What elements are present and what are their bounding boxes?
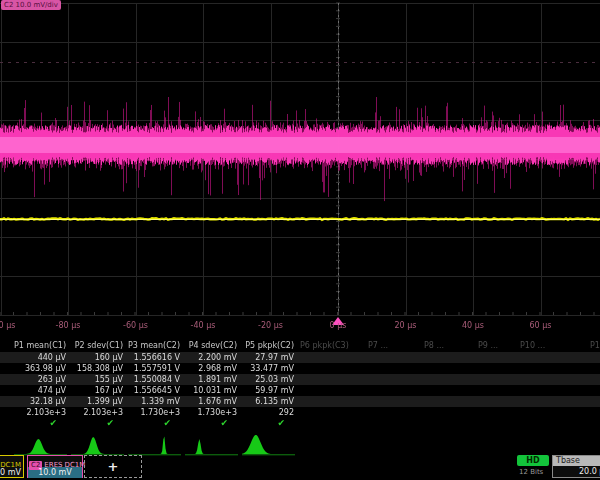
channel-descriptor-c1[interactable]: C1 DC1M 10.0 mV xyxy=(0,455,24,478)
measure-table-row: 474 µV167 µV1.556645 V10.031 mV59.97 mV xyxy=(0,385,600,396)
measure-column-header-p10[interactable]: P10 ... xyxy=(520,340,545,352)
histicon-p4[interactable] xyxy=(183,432,240,456)
histicon-p1[interactable] xyxy=(12,432,69,456)
histicon-p3[interactable] xyxy=(126,432,183,456)
measure-column-header-p9[interactable]: P9 ... xyxy=(478,340,498,352)
time-tick-label: -100 µs xyxy=(0,321,15,330)
time-tick-label: -40 µs xyxy=(191,321,216,330)
measure-table-row: 32.18 µV1.399 µV1.339 mV1.676 mV6.135 mV xyxy=(0,396,600,407)
measure-value-cell: 27.97 mV xyxy=(240,352,297,363)
measure-table-row: 440 µV160 µV1.556616 V2.200 mV27.97 mV xyxy=(0,352,600,363)
measure-column-header-p2[interactable]: P2 sdev(C1) xyxy=(69,340,126,352)
time-axis-labels: -100 µs-80 µs-60 µs-40 µs-20 µs0 µs20 µs… xyxy=(0,321,600,333)
measure-value-cell: 363.98 µV xyxy=(12,363,69,374)
measure-value-cell: 440 µV xyxy=(12,352,69,363)
measure-value-cell: 2.103e+3 xyxy=(69,407,126,418)
time-tick-label: 40 µs xyxy=(462,321,484,330)
measure-value-cell: 10.031 mV xyxy=(183,385,240,396)
timebase-descriptor[interactable]: Tbase 20.0 µs/div xyxy=(552,455,600,478)
add-trace-button[interactable]: + xyxy=(84,455,142,478)
measure-value-cell: 1.339 mV xyxy=(126,396,183,407)
measure-value-cell: 1.556616 V xyxy=(126,352,183,363)
trace-annotation-label: C2 10.0 mV/div xyxy=(1,0,61,10)
measure-value-cell: 1.556645 V xyxy=(126,385,183,396)
measurement-table: P1 mean(C1)P2 sdev(C1)P3 mean(C2)P4 sdev… xyxy=(0,340,600,430)
measure-value-cell: 6.135 mV xyxy=(240,396,297,407)
measure-value-cell: 158.308 µV xyxy=(69,363,126,374)
hd-mode-badge[interactable]: HD xyxy=(517,455,549,466)
measure-column-header-p1[interactable]: P1 mean(C1) xyxy=(12,340,69,352)
measure-value-cell: 1.730e+3 xyxy=(183,407,240,418)
histicon-p2[interactable] xyxy=(69,432,126,456)
measure-value-cell: 2.103e+3 xyxy=(12,407,69,418)
measure-column-header-p5[interactable]: P5 pkpk(C2) xyxy=(240,340,297,352)
time-tick-label: -80 µs xyxy=(56,321,81,330)
measure-value-cell: 32.18 µV xyxy=(12,396,69,407)
waveform-grid-canvas[interactable] xyxy=(0,0,600,340)
measure-column-header-p3[interactable]: P3 mean(C2) xyxy=(126,340,183,352)
measure-value-cell: 1.557591 V xyxy=(126,363,183,374)
time-tick-label: -60 µs xyxy=(123,321,148,330)
measure-value-cell: 2.200 mV xyxy=(183,352,240,363)
measure-table-row: 263 µV155 µV1.550084 V1.891 mV25.03 mV xyxy=(0,374,600,385)
measure-status-check-icon: ✔ xyxy=(12,418,69,429)
measure-value-cell: 25.03 mV xyxy=(240,374,297,385)
time-tick-label: -20 µs xyxy=(258,321,283,330)
measure-status-check-icon: ✔ xyxy=(240,418,297,429)
measure-column-header-p4[interactable]: P4 sdev(C2) xyxy=(183,340,240,352)
time-tick-label: 60 µs xyxy=(530,321,552,330)
measure-value-cell: 33.477 mV xyxy=(240,363,297,374)
c1-vertical-scale: 10.0 mV xyxy=(0,467,23,478)
timebase-title: Tbase xyxy=(553,456,600,466)
measure-value-cell: 1.550084 V xyxy=(126,374,183,385)
histicon-p5[interactable] xyxy=(240,432,297,456)
measure-value-cell: 1.891 mV xyxy=(183,374,240,385)
channel-descriptor-c2[interactable]: C2ERESDC1M 10.0 mV xyxy=(27,455,83,478)
measure-table-row: 363.98 µV158.308 µV1.557591 V2.968 mV33.… xyxy=(0,363,600,374)
measure-value-cell: 160 µV xyxy=(69,352,126,363)
measure-value-cell: 59.97 mV xyxy=(240,385,297,396)
measure-table-row: 2.103e+32.103e+31.730e+31.730e+3292 xyxy=(0,407,600,418)
measure-value-cell: 1.676 mV xyxy=(183,396,240,407)
measure-status-check-icon: ✔ xyxy=(69,418,126,429)
oscilloscope-screen: C2 10.0 mV/div -100 µs-80 µs-60 µs-40 µs… xyxy=(0,0,600,480)
measure-value-cell: 263 µV xyxy=(12,374,69,385)
measure-status-check-icon: ✔ xyxy=(126,418,183,429)
time-tick-label: 20 µs xyxy=(395,321,417,330)
measure-value-cell: 167 µV xyxy=(69,385,126,396)
measure-column-header-p8[interactable]: P8 ... xyxy=(424,340,444,352)
measure-column-header-p7[interactable]: P7 ... xyxy=(368,340,388,352)
timebase-scale: 20.0 µs/div xyxy=(553,466,600,477)
measure-column-header-p11[interactable]: P11 xyxy=(590,340,600,352)
measure-value-cell: 1.399 µV xyxy=(69,396,126,407)
measure-column-header-p6[interactable]: P6 pkpk(C3) xyxy=(300,340,349,352)
time-tick-label: 0 µs xyxy=(330,321,347,330)
hd-bits-label: 12 Bits xyxy=(519,468,543,476)
measure-status-check-icon: ✔ xyxy=(183,418,240,429)
measure-value-cell: 292 xyxy=(240,407,297,418)
measure-value-cell: 2.968 mV xyxy=(183,363,240,374)
measure-value-cell: 474 µV xyxy=(12,385,69,396)
measure-value-cell: 155 µV xyxy=(69,374,126,385)
measure-value-cell: 1.730e+3 xyxy=(126,407,183,418)
